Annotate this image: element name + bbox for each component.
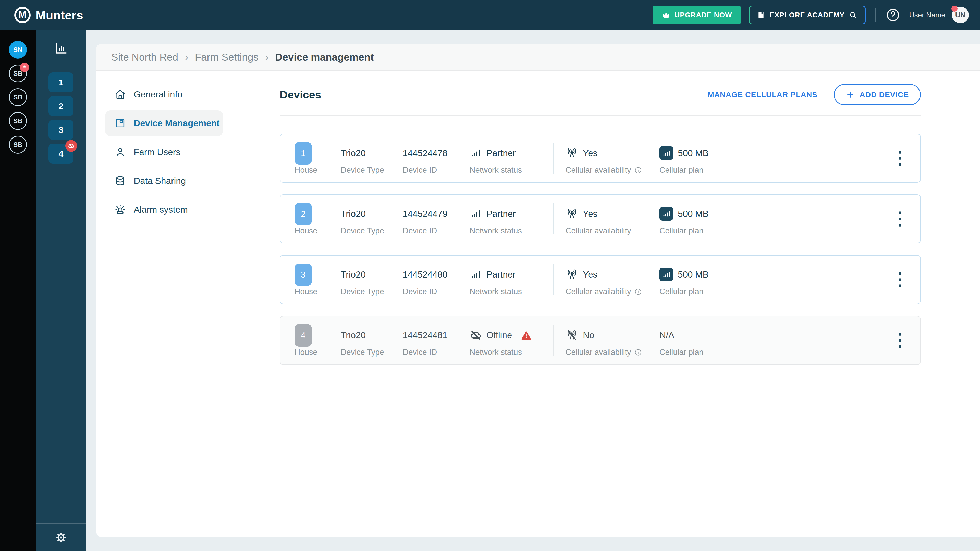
house-label: House xyxy=(294,225,332,236)
cellular-availability-label-text: Cellular availability xyxy=(566,165,631,175)
signal-bars-icon xyxy=(469,147,482,159)
gear-icon[interactable] xyxy=(55,531,67,544)
device-id-label: Device ID xyxy=(403,225,461,236)
devices-section: Devices MANAGE CELLULAR PLANS ADD DEVICE… xyxy=(231,71,980,537)
device-column: 500 MBCellular plan xyxy=(648,256,880,303)
device-column: Trio20Device Type xyxy=(333,134,395,182)
warning-triangle-icon xyxy=(520,329,532,341)
user-avatar[interactable]: UN xyxy=(952,6,969,24)
chevron-right-icon: › xyxy=(265,52,269,63)
device-value: Trio20 xyxy=(341,263,395,286)
signal-bars-icon xyxy=(469,268,482,281)
house-number: 3 xyxy=(59,125,64,135)
topbar-divider xyxy=(875,8,876,22)
site-avatar-sb-4[interactable]: SB xyxy=(9,136,27,154)
page-title: Devices xyxy=(280,89,321,101)
cloud-off-badge-icon xyxy=(65,140,77,152)
device-column: 500 MBCellular plan xyxy=(648,195,880,243)
device-type-label: Device Type xyxy=(341,225,395,236)
house-badge: 2 xyxy=(294,203,312,225)
row-menu-kebab-icon[interactable] xyxy=(880,316,920,364)
network-status-value: Partner xyxy=(487,269,516,279)
signal-bars-icon xyxy=(469,208,482,220)
add-device-button[interactable]: ADD DEVICE xyxy=(834,84,921,105)
house-badge: 3 xyxy=(294,264,312,286)
device-column: 144524479Device ID xyxy=(395,195,461,243)
breadcrumb-site[interactable]: Site North Red xyxy=(111,52,178,63)
antenna-icon xyxy=(566,207,578,220)
cellular-plan-label: Cellular plan xyxy=(659,347,880,358)
row-menu-kebab-icon[interactable] xyxy=(880,256,920,303)
breadcrumb-farm-settings[interactable]: Farm Settings xyxy=(195,52,259,63)
cellular-availability-label-text: Cellular availability xyxy=(566,287,631,296)
nav-item-alarm-system[interactable]: Alarm system xyxy=(105,197,223,222)
device-column: PartnerNetwork status xyxy=(461,134,553,182)
farm-settings-nav: General infoDevice ManagementFarm UsersD… xyxy=(97,71,231,537)
site-avatar-sb-2[interactable]: SB xyxy=(9,88,27,106)
device-column: 3House xyxy=(280,256,332,303)
nav-item-data-sharing[interactable]: Data Sharing xyxy=(105,168,223,194)
house-label-text: House xyxy=(294,226,318,235)
house-badge: 1 xyxy=(294,142,312,165)
explore-academy-button[interactable]: EXPLORE ACADEMY xyxy=(749,6,865,24)
brand-name: Munters xyxy=(36,8,83,22)
device-value: 144524480 xyxy=(403,263,461,286)
cellular-plan-label: Cellular plan xyxy=(659,286,880,297)
help-icon[interactable] xyxy=(886,8,900,22)
device-type-label: Device Type xyxy=(341,165,395,176)
bar-chart-icon[interactable] xyxy=(54,41,68,56)
device-type-label-text: Device Type xyxy=(341,165,384,175)
nav-item-general-info[interactable]: General info xyxy=(105,82,223,107)
house-label-text: House xyxy=(294,348,318,357)
notification-dot xyxy=(951,6,958,12)
network-status-value: Offline xyxy=(487,330,512,340)
house-label-text: House xyxy=(294,287,318,296)
house-number: 2 xyxy=(59,101,64,111)
cellular-availability-label: Cellular availability xyxy=(566,347,648,358)
munters-logo[interactable]: M Munters xyxy=(14,7,83,23)
device-value: 2 xyxy=(294,202,332,225)
rail-footer xyxy=(36,524,86,551)
info-icon[interactable] xyxy=(634,348,642,356)
upgrade-now-button[interactable]: UPGRADE NOW xyxy=(652,6,741,24)
cellular-plan-value: 500 MB xyxy=(678,148,709,158)
device-column: OfflineNetwork status xyxy=(461,316,553,364)
network-status-label: Network status xyxy=(469,225,553,236)
device-column: 4House xyxy=(280,316,332,364)
cellular-availability-label-text: Cellular availability xyxy=(566,348,631,357)
topbar-actions: UPGRADE NOW EXPLORE ACADEMY User Name UN xyxy=(652,6,969,24)
device-row: 2HouseTrio20Device Type144524479Device I… xyxy=(280,194,921,243)
nav-item-farm-users[interactable]: Farm Users xyxy=(105,139,223,165)
site-avatar-sn-0[interactable]: SN xyxy=(9,41,27,59)
house-button-1[interactable]: 1 xyxy=(48,73,73,92)
site-avatar-sb-1[interactable]: SB xyxy=(9,65,27,83)
info-icon[interactable] xyxy=(634,288,642,295)
content-panel: Site North Red › Farm Settings › Device … xyxy=(97,44,980,537)
bell-badge-icon xyxy=(20,63,29,72)
book-icon xyxy=(757,11,765,19)
device-column: PartnerNetwork status xyxy=(461,256,553,303)
house-button-4[interactable]: 4 xyxy=(48,144,73,164)
network-status-label: Network status xyxy=(469,347,553,358)
nav-item-label: General info xyxy=(134,89,183,100)
cellular-plan-icon xyxy=(659,207,673,221)
manage-cellular-plans-link[interactable]: MANAGE CELLULAR PLANS xyxy=(708,90,818,99)
device-value: 500 MB xyxy=(659,202,880,225)
network-status-label-text: Network status xyxy=(469,165,522,175)
info-icon[interactable] xyxy=(634,166,642,174)
house-rail: 1234 xyxy=(36,30,86,551)
device-value: Partner xyxy=(469,263,553,286)
device-value: 500 MB xyxy=(659,263,880,286)
cellular-availability-label: Cellular availability xyxy=(566,165,648,176)
site-avatar-sb-3[interactable]: SB xyxy=(9,112,27,130)
house-label: House xyxy=(294,286,332,297)
nav-item-device-management[interactable]: Device Management xyxy=(105,110,223,136)
row-menu-kebab-icon[interactable] xyxy=(880,134,920,182)
row-menu-kebab-icon[interactable] xyxy=(880,195,920,243)
house-button-3[interactable]: 3 xyxy=(48,120,73,140)
site-avatar-rail: SNSBSBSBSB xyxy=(0,30,36,551)
house-button-2[interactable]: 2 xyxy=(48,96,73,116)
antenna-icon xyxy=(566,268,578,281)
house-label-text: House xyxy=(294,165,318,175)
person-icon xyxy=(115,146,126,158)
